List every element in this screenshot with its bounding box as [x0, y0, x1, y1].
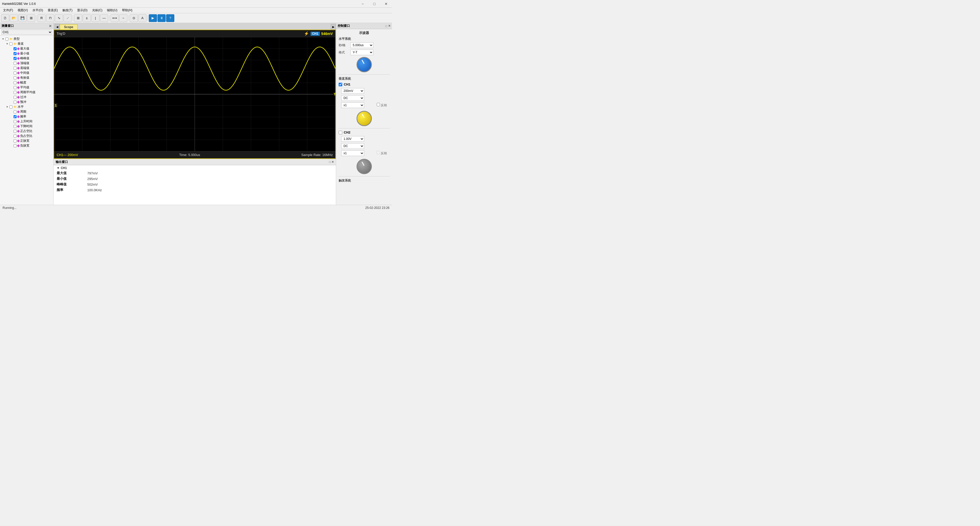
tree-root[interactable]: ▼ 📁 类型 — [1, 37, 52, 41]
tree-item-preshoot[interactable]: 预冲 — [9, 100, 52, 104]
toolbar-btn-new[interactable]: 🗋 — [1, 14, 9, 22]
checkbox-pkpk[interactable] — [14, 57, 17, 60]
tree-item-min[interactable]: 最小值 — [9, 51, 52, 56]
control-undock-btn[interactable]: □ — [385, 24, 387, 27]
checkbox-amp[interactable] — [14, 81, 17, 84]
channel-select[interactable]: CH1 — [1, 30, 52, 35]
checkbox-negdutycycle[interactable] — [14, 135, 17, 138]
checkbox-posdutycycle[interactable] — [14, 130, 17, 133]
ch1-voltage-select[interactable]: 200mV — [341, 88, 364, 94]
tree-item-period[interactable]: 周期 — [9, 109, 52, 114]
checkbox-mid[interactable] — [14, 72, 17, 75]
tree-item-bottom[interactable]: 底端值 — [9, 65, 52, 70]
checkbox-period[interactable] — [14, 110, 17, 113]
toolbar-btn-pulse[interactable]: ⊓ — [46, 14, 54, 22]
toolbar-btn-math[interactable]: ± — [83, 14, 91, 22]
toolbar-btn-cursor[interactable]: ⊞ — [74, 14, 82, 22]
tree-item-avg[interactable]: 平均值 — [9, 85, 52, 90]
ch1-knob[interactable] — [356, 111, 372, 126]
minimize-button[interactable]: − — [357, 0, 369, 8]
menu-item[interactable]: 帮助(H) — [120, 8, 135, 13]
menu-item[interactable]: 水平(O) — [30, 8, 45, 13]
scope-tab[interactable]: Scope — [60, 24, 78, 30]
menu-item[interactable]: 视图(V) — [16, 8, 30, 13]
ch1-checkbox[interactable] — [339, 83, 342, 86]
tree-item-poswidth[interactable]: 正脉宽 — [9, 139, 52, 143]
checkbox-top[interactable] — [14, 62, 17, 65]
toolbar-btn-meas2[interactable]: ~ — [119, 14, 127, 22]
tree-item-top[interactable]: 顶端值 — [9, 61, 52, 65]
output-close-btn[interactable]: ✕ — [331, 160, 334, 164]
checkbox-vertical[interactable] — [10, 42, 13, 45]
maximize-button[interactable]: □ — [369, 0, 380, 8]
ch2-knob[interactable] — [356, 159, 372, 174]
toolbar-btn-pause[interactable]: ⏸ — [158, 14, 165, 22]
menu-item[interactable]: 辅助(U) — [105, 8, 119, 13]
output-float-btn[interactable]: □ — [329, 160, 331, 164]
tree-item-fall[interactable]: 下降时间 — [9, 124, 52, 129]
toolbar-btn-help[interactable]: ? — [166, 14, 174, 22]
toolbar-btn-auto2[interactable]: A — [138, 14, 146, 22]
checkbox-avg[interactable] — [14, 86, 17, 89]
checkbox-fall[interactable] — [14, 125, 17, 128]
channel-selector[interactable]: CH1 — [0, 29, 53, 35]
tree-vertical-group[interactable]: ▼ 📁 垂直 — [5, 41, 52, 46]
checkbox-horizontal[interactable] — [10, 105, 13, 108]
spd-select[interactable]: 5.000us — [350, 42, 373, 48]
tree-item-freq[interactable]: 频率 — [9, 114, 52, 119]
menu-item[interactable]: 光标(C) — [90, 8, 105, 13]
toolbar-btn-zoom[interactable]: ⊞ — [27, 14, 35, 22]
tree-item-overshoot[interactable]: 过冲 — [9, 95, 52, 100]
tree-item-rise[interactable]: 上升时间 — [9, 119, 52, 124]
ch1-probe-select[interactable]: x1 — [341, 102, 364, 108]
toolbar-btn-save[interactable]: 💾 — [18, 14, 27, 22]
tree-horizontal-group[interactable]: ▼ 📁 水平 — [5, 104, 52, 109]
toolbar-btn-meas1[interactable]: ⟺ — [110, 14, 119, 22]
checkbox-rms[interactable] — [14, 77, 17, 80]
menu-item[interactable]: 垂直(E) — [46, 8, 60, 13]
checkbox-bottom[interactable] — [14, 67, 17, 70]
tab-nav-left[interactable]: ◀ — [55, 24, 60, 30]
ch2-coupling-select[interactable]: DC — [341, 143, 364, 149]
toolbar-btn-run[interactable]: ▶ — [149, 14, 157, 22]
tree-item-max[interactable]: 最大值 — [9, 46, 52, 51]
tree-item-amp[interactable]: 幅度 — [9, 80, 52, 85]
tree-item-pkpk[interactable]: 峰峰值 — [9, 56, 52, 61]
tab-nav-right[interactable]: ▶ — [331, 24, 336, 30]
toolbar-btn-horiz[interactable]: — — [100, 14, 108, 22]
tree-item-cycavg[interactable]: 周期平均值 — [9, 90, 52, 95]
expand-root[interactable]: ▼ — [2, 38, 5, 41]
checkbox-preshoot[interactable] — [14, 100, 17, 104]
ch2-voltage-select[interactable]: 1.00V — [341, 136, 364, 142]
ch2-antiphase-checkbox[interactable] — [377, 151, 380, 154]
toolbar-btn-open[interactable]: 📂 — [10, 14, 18, 22]
menu-item[interactable]: 触发(T) — [60, 8, 75, 13]
checkbox-rise[interactable] — [14, 120, 17, 123]
expand-vertical[interactable]: ▼ — [6, 42, 9, 45]
format-select[interactable]: Y-T — [350, 49, 373, 55]
checkbox-cycavg[interactable] — [14, 91, 17, 94]
toolbar-btn-ramp[interactable]: ⟋ — [64, 14, 72, 22]
checkbox-negwidth[interactable] — [14, 144, 17, 147]
horizontal-knob[interactable] — [356, 57, 372, 72]
checkbox-poswidth[interactable] — [14, 139, 17, 142]
tree-item-posdutycycle[interactable]: 正占空比 — [9, 129, 52, 134]
tree-item-negdutycycle[interactable]: 负占空比 — [9, 134, 52, 139]
ch1-coupling-select[interactable]: DC — [341, 95, 364, 101]
menu-item[interactable]: 显示(D) — [75, 8, 89, 13]
checkbox-root[interactable] — [5, 38, 8, 41]
checkbox-overshoot[interactable] — [14, 96, 17, 99]
checkbox-min[interactable] — [14, 52, 17, 55]
toolbar-btn-reset[interactable]: R — [38, 14, 46, 22]
ch2-probe-select[interactable]: x1 — [341, 150, 364, 156]
tree-item-rms[interactable]: 有效值 — [9, 75, 52, 80]
ch2-checkbox[interactable] — [339, 131, 342, 134]
tree-item-mid[interactable]: 中间值 — [9, 70, 52, 75]
ch1-antiphase-checkbox[interactable] — [377, 103, 380, 106]
checkbox-freq[interactable] — [14, 115, 17, 118]
close-button[interactable]: ✕ — [380, 0, 392, 8]
toolbar-btn-vert[interactable]: | — [91, 14, 100, 22]
menu-item[interactable]: 文件(F) — [1, 8, 15, 13]
tree-item-negwidth[interactable]: 负脉宽 — [9, 143, 52, 148]
checkbox-max[interactable] — [14, 47, 17, 50]
